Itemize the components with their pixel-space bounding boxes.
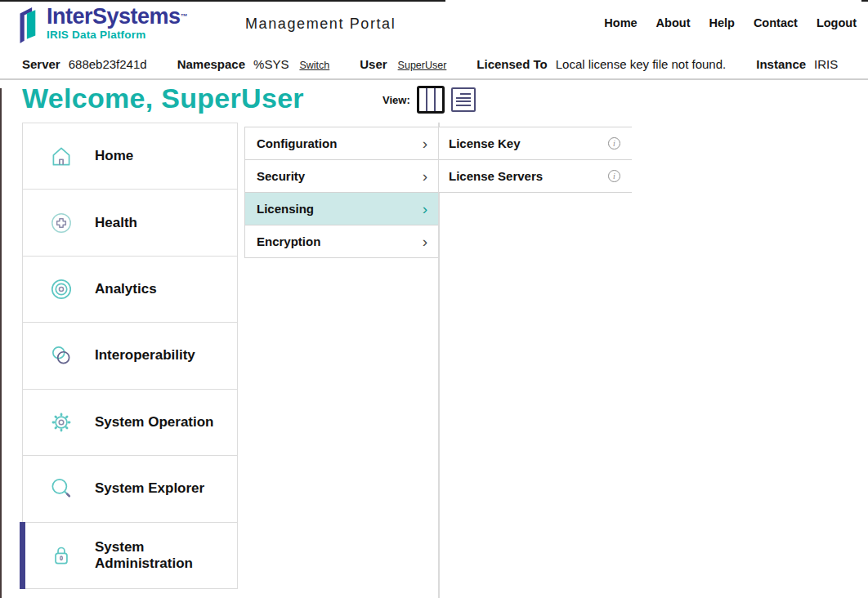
- menu-item-security[interactable]: Security ›: [245, 160, 438, 193]
- licensed-to-value: Local license key file not found.: [556, 57, 726, 71]
- columns-view-icon[interactable]: [417, 86, 445, 114]
- admin-submenu: Configuration › Security › Licensing › E…: [244, 127, 438, 258]
- sidebar-item-interoperability[interactable]: Interoperability: [22, 322, 238, 389]
- sidebar-menu: Home Health Analytics Interoperability: [22, 123, 238, 589]
- interoperability-icon: [48, 342, 74, 368]
- nav-about[interactable]: About: [656, 16, 691, 29]
- sidebar-item-system-operation[interactable]: System Operation: [22, 389, 238, 456]
- page-title: Management Portal: [245, 16, 396, 33]
- sidebar-item-system-administration[interactable]: System Administration: [22, 522, 238, 589]
- nav-contact[interactable]: Contact: [754, 16, 798, 29]
- instance-label: Instance: [756, 57, 806, 71]
- menu-item-configuration[interactable]: Configuration ›: [245, 127, 438, 160]
- user-label: User: [360, 57, 387, 71]
- info-icon[interactable]: i: [608, 170, 620, 182]
- licensed-to-label: Licensed To: [477, 57, 547, 71]
- brand-trademark: ™: [181, 12, 188, 20]
- chevron-right-icon: ›: [423, 136, 427, 151]
- server-info-bar: Server 688eb23f241d Namespace %SYS Switc…: [22, 51, 868, 77]
- sidebar-item-system-explorer[interactable]: System Explorer: [22, 455, 238, 522]
- sidebar-item-analytics[interactable]: Analytics: [22, 256, 238, 323]
- instance-value: IRIS: [814, 57, 838, 71]
- switch-namespace-link[interactable]: Switch: [299, 60, 329, 71]
- chevron-right-icon: ›: [423, 168, 427, 184]
- home-icon: [48, 143, 74, 169]
- user-link[interactable]: SuperUser: [398, 60, 447, 71]
- analytics-icon: [48, 276, 74, 302]
- licensing-submenu: License Key i License Servers i: [439, 127, 632, 193]
- health-icon: [48, 210, 74, 236]
- chevron-right-icon: ›: [423, 201, 427, 216]
- menu-item-license-servers[interactable]: License Servers i: [439, 160, 632, 193]
- menu-item-licensing[interactable]: Licensing ›: [245, 193, 438, 225]
- intersystems-logo-icon: [18, 6, 41, 45]
- brand-tagline: IRIS Data Platform: [47, 29, 188, 41]
- list-view-icon[interactable]: [451, 87, 476, 112]
- header-separator: [0, 78, 868, 80]
- intersystems-logo: InterSystems™ IRIS Data Platform: [18, 6, 188, 45]
- chevron-right-icon: ›: [423, 234, 427, 249]
- info-icon[interactable]: i: [608, 137, 620, 150]
- column-divider: [438, 123, 440, 598]
- nav-logout[interactable]: Logout: [817, 16, 857, 29]
- sidebar-item-home[interactable]: Home: [22, 123, 238, 190]
- system-administration-icon: [48, 542, 74, 569]
- system-explorer-icon: [48, 475, 74, 502]
- nav-home[interactable]: Home: [604, 16, 637, 29]
- top-nav: Home About Help Contact Logout: [604, 16, 857, 29]
- menu-item-encryption[interactable]: Encryption ›: [245, 225, 438, 258]
- view-label: View:: [383, 94, 410, 106]
- server-value: 688eb23f241d: [69, 57, 147, 71]
- view-switcher: View:: [383, 86, 476, 114]
- window-edge-left: [0, 88, 2, 598]
- server-label: Server: [22, 57, 60, 71]
- header: InterSystems™ IRIS Data Platform Managem…: [0, 0, 868, 49]
- namespace-value: %SYS: [253, 57, 289, 71]
- brand-name: InterSystems: [47, 4, 181, 29]
- namespace-label: Namespace: [177, 57, 245, 71]
- sidebar-item-health[interactable]: Health: [22, 189, 238, 256]
- menu-item-license-key[interactable]: License Key i: [439, 127, 632, 160]
- nav-help[interactable]: Help: [709, 16, 734, 29]
- welcome-heading: Welcome, SuperUser: [22, 83, 304, 114]
- system-operation-icon: [48, 409, 74, 435]
